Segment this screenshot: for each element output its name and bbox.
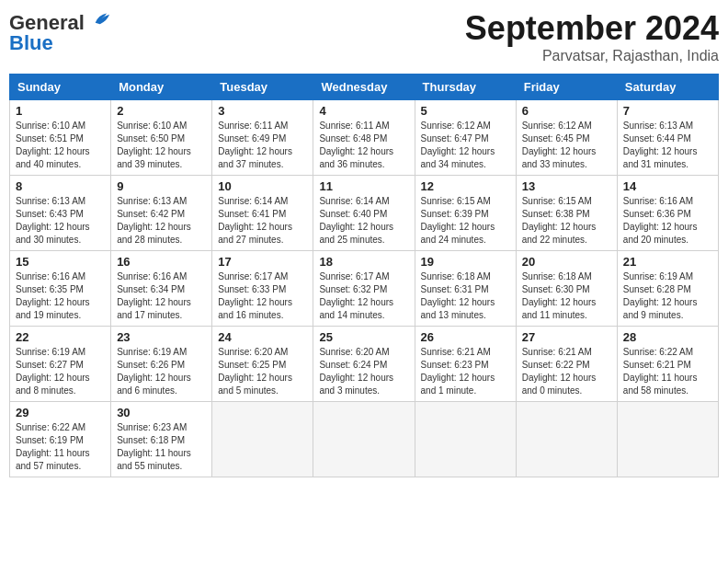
calendar-row: 22Sunrise: 6:19 AMSunset: 6:27 PMDayligh…: [10, 327, 719, 402]
calendar-row: 8Sunrise: 6:13 AMSunset: 6:43 PMDaylight…: [10, 176, 719, 251]
calendar-row: 29Sunrise: 6:22 AMSunset: 6:19 PMDayligh…: [10, 402, 719, 477]
table-row: 25Sunrise: 6:20 AMSunset: 6:24 PMDayligh…: [313, 327, 415, 402]
table-row: 22Sunrise: 6:19 AMSunset: 6:27 PMDayligh…: [10, 327, 111, 402]
cell-info: Sunrise: 6:17 AMSunset: 6:32 PMDaylight:…: [319, 270, 408, 322]
cell-info: Sunrise: 6:10 AMSunset: 6:51 PMDaylight:…: [16, 120, 105, 171]
day-number: 15: [16, 255, 105, 269]
day-number: 17: [218, 255, 307, 269]
location: Parvatsar, Rajasthan, India: [465, 48, 719, 64]
day-number: 8: [16, 179, 105, 193]
table-row: [313, 402, 415, 477]
table-row: 15Sunrise: 6:16 AMSunset: 6:35 PMDayligh…: [10, 251, 111, 327]
table-row: 20Sunrise: 6:18 AMSunset: 6:30 PMDayligh…: [516, 251, 617, 327]
table-row: 1Sunrise: 6:10 AMSunset: 6:51 PMDaylight…: [10, 100, 111, 176]
table-row: 8Sunrise: 6:13 AMSunset: 6:43 PMDaylight…: [10, 176, 111, 251]
day-number: 24: [218, 330, 307, 344]
day-number: 27: [522, 330, 611, 344]
cell-info: Sunrise: 6:21 AMSunset: 6:23 PMDaylight:…: [421, 346, 510, 397]
day-number: 14: [623, 179, 712, 193]
table-row: [516, 402, 617, 477]
col-saturday: Saturday: [617, 75, 718, 100]
cell-info: Sunrise: 6:13 AMSunset: 6:42 PMDaylight:…: [117, 195, 206, 247]
cell-info: Sunrise: 6:13 AMSunset: 6:43 PMDaylight:…: [16, 195, 105, 247]
calendar-table: Sunday Monday Tuesday Wednesday Thursday…: [9, 74, 719, 477]
table-row: 14Sunrise: 6:16 AMSunset: 6:36 PMDayligh…: [617, 176, 718, 251]
table-row: 29Sunrise: 6:22 AMSunset: 6:19 PMDayligh…: [10, 402, 111, 477]
cell-info: Sunrise: 6:12 AMSunset: 6:45 PMDaylight:…: [522, 120, 611, 171]
cell-info: Sunrise: 6:21 AMSunset: 6:22 PMDaylight:…: [522, 346, 611, 397]
day-number: 12: [421, 179, 510, 193]
col-sunday: Sunday: [10, 75, 111, 100]
table-row: 12Sunrise: 6:15 AMSunset: 6:39 PMDayligh…: [415, 176, 516, 251]
cell-info: Sunrise: 6:18 AMSunset: 6:30 PMDaylight:…: [522, 270, 611, 322]
col-tuesday: Tuesday: [212, 75, 313, 100]
table-row: 10Sunrise: 6:14 AMSunset: 6:41 PMDayligh…: [212, 176, 313, 251]
day-number: 25: [319, 330, 408, 344]
cell-info: Sunrise: 6:22 AMSunset: 6:19 PMDaylight:…: [16, 421, 105, 473]
day-number: 26: [421, 330, 510, 344]
cell-info: Sunrise: 6:10 AMSunset: 6:50 PMDaylight:…: [117, 120, 206, 171]
table-row: 17Sunrise: 6:17 AMSunset: 6:33 PMDayligh…: [212, 251, 313, 327]
cell-info: Sunrise: 6:14 AMSunset: 6:40 PMDaylight:…: [319, 195, 408, 247]
cell-info: Sunrise: 6:17 AMSunset: 6:33 PMDaylight:…: [218, 270, 307, 322]
calendar-body: 1Sunrise: 6:10 AMSunset: 6:51 PMDaylight…: [10, 100, 719, 477]
day-number: 19: [421, 255, 510, 269]
cell-info: Sunrise: 6:23 AMSunset: 6:18 PMDaylight:…: [117, 421, 206, 473]
cell-info: Sunrise: 6:19 AMSunset: 6:26 PMDaylight:…: [117, 346, 206, 397]
col-friday: Friday: [516, 75, 617, 100]
table-row: 30Sunrise: 6:23 AMSunset: 6:18 PMDayligh…: [111, 402, 212, 477]
day-number: 28: [623, 330, 712, 344]
day-number: 30: [117, 406, 206, 419]
day-number: 5: [421, 104, 510, 118]
logo-blue: Blue: [9, 31, 53, 55]
cell-info: Sunrise: 6:15 AMSunset: 6:38 PMDaylight:…: [522, 195, 611, 247]
col-wednesday: Wednesday: [313, 75, 415, 100]
day-number: 20: [522, 255, 611, 269]
table-row: 23Sunrise: 6:19 AMSunset: 6:26 PMDayligh…: [111, 327, 212, 402]
table-row: 27Sunrise: 6:21 AMSunset: 6:22 PMDayligh…: [516, 327, 617, 402]
table-row: 2Sunrise: 6:10 AMSunset: 6:50 PMDaylight…: [111, 100, 212, 176]
col-thursday: Thursday: [415, 75, 516, 100]
table-row: 21Sunrise: 6:19 AMSunset: 6:28 PMDayligh…: [617, 251, 718, 327]
table-row: 24Sunrise: 6:20 AMSunset: 6:25 PMDayligh…: [212, 327, 313, 402]
table-row: 26Sunrise: 6:21 AMSunset: 6:23 PMDayligh…: [415, 327, 516, 402]
cell-info: Sunrise: 6:19 AMSunset: 6:27 PMDaylight:…: [16, 346, 105, 397]
cell-info: Sunrise: 6:14 AMSunset: 6:41 PMDaylight:…: [218, 195, 307, 247]
cell-info: Sunrise: 6:15 AMSunset: 6:39 PMDaylight:…: [421, 195, 510, 247]
table-row: 13Sunrise: 6:15 AMSunset: 6:38 PMDayligh…: [516, 176, 617, 251]
month-title: September 2024: [465, 9, 719, 48]
day-number: 7: [623, 104, 712, 118]
table-row: 28Sunrise: 6:22 AMSunset: 6:21 PMDayligh…: [617, 327, 718, 402]
cell-info: Sunrise: 6:20 AMSunset: 6:25 PMDaylight:…: [218, 346, 307, 397]
day-number: 10: [218, 179, 307, 193]
table-row: 4Sunrise: 6:11 AMSunset: 6:48 PMDaylight…: [313, 100, 415, 176]
page-header: General Blue September 2024 Parvatsar, R…: [9, 9, 719, 64]
day-number: 13: [522, 179, 611, 193]
cell-info: Sunrise: 6:11 AMSunset: 6:49 PMDaylight:…: [218, 120, 307, 171]
cell-info: Sunrise: 6:16 AMSunset: 6:36 PMDaylight:…: [623, 195, 712, 247]
table-row: 5Sunrise: 6:12 AMSunset: 6:47 PMDaylight…: [415, 100, 516, 176]
cell-info: Sunrise: 6:22 AMSunset: 6:21 PMDaylight:…: [623, 346, 712, 397]
table-row: 19Sunrise: 6:18 AMSunset: 6:31 PMDayligh…: [415, 251, 516, 327]
table-row: 7Sunrise: 6:13 AMSunset: 6:44 PMDaylight…: [617, 100, 718, 176]
table-row: 6Sunrise: 6:12 AMSunset: 6:45 PMDaylight…: [516, 100, 617, 176]
day-number: 29: [16, 406, 105, 419]
table-row: 18Sunrise: 6:17 AMSunset: 6:32 PMDayligh…: [313, 251, 415, 327]
day-number: 3: [218, 104, 307, 118]
cell-info: Sunrise: 6:16 AMSunset: 6:35 PMDaylight:…: [16, 270, 105, 322]
table-row: [415, 402, 516, 477]
calendar-header-row: Sunday Monday Tuesday Wednesday Thursday…: [10, 75, 719, 100]
cell-info: Sunrise: 6:20 AMSunset: 6:24 PMDaylight:…: [319, 346, 408, 397]
table-row: 9Sunrise: 6:13 AMSunset: 6:42 PMDaylight…: [111, 176, 212, 251]
table-row: [617, 402, 718, 477]
cell-info: Sunrise: 6:16 AMSunset: 6:34 PMDaylight:…: [117, 270, 206, 322]
day-number: 22: [16, 330, 105, 344]
table-row: 3Sunrise: 6:11 AMSunset: 6:49 PMDaylight…: [212, 100, 313, 176]
logo: General Blue: [9, 9, 112, 55]
cell-info: Sunrise: 6:18 AMSunset: 6:31 PMDaylight:…: [421, 270, 510, 322]
cell-info: Sunrise: 6:12 AMSunset: 6:47 PMDaylight:…: [421, 120, 510, 171]
day-number: 18: [319, 255, 408, 269]
day-number: 9: [117, 179, 206, 193]
day-number: 23: [117, 330, 206, 344]
day-number: 2: [117, 104, 206, 118]
